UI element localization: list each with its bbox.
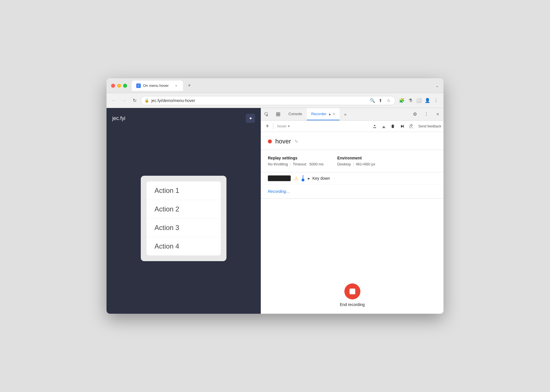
dropdown-arrow-icon: ▾ — [288, 124, 290, 128]
devtools-settings-button[interactable]: ⚙ — [409, 108, 421, 120]
steps-area: ⚠ ▶ Key down Recording… — [261, 172, 443, 277]
address-action-icons: 🔍 ⬆ ☆ — [369, 97, 392, 104]
svg-rect-1 — [278, 113, 280, 114]
add-recording-button[interactable]: + — [263, 122, 271, 130]
end-recording-button[interactable] — [344, 283, 360, 299]
lock-icon: 🔒 — [144, 98, 149, 103]
tab-favicon: r — [136, 83, 141, 88]
end-recording-label: End recording — [340, 302, 365, 307]
browser-toolbar-icons: 🧩 ⚗ ⬜ 👤 ⋮ — [398, 97, 440, 105]
profile-icon[interactable]: 👤 — [423, 97, 431, 105]
settings-divider — [290, 162, 290, 166]
toolbar-separator — [273, 123, 273, 129]
devtools-panel: Console Recorder ▲ × » ⚙ ⋮ × + hover — [261, 108, 443, 314]
title-bar: r On menu hover × + ⌄ — [107, 78, 443, 93]
main-content: jec.fyi ✦ Action 1 Action 2 Action 3 Act… — [107, 108, 443, 314]
address-bar[interactable]: 🔒 jec.fyi/demo/menu-hover 🔍 ⬆ ☆ — [141, 96, 396, 105]
svg-rect-2 — [276, 115, 278, 116]
step-label-keydown: Key down — [312, 176, 330, 181]
warning-icon: ⚠ — [294, 176, 298, 181]
environment-label: Environment — [337, 156, 375, 160]
forward-button[interactable]: → — [120, 97, 128, 105]
svg-rect-0 — [276, 113, 278, 114]
import-button[interactable] — [380, 122, 388, 131]
timeout-value: 5000 ms — [309, 162, 324, 166]
recording-selector-value: hover — [277, 124, 287, 128]
throttling-value: No throttling — [268, 162, 288, 166]
step-warning: ⚠ — [294, 176, 298, 181]
tab-console[interactable]: Console — [284, 108, 307, 120]
step-expand-icon[interactable]: ▶ — [308, 177, 310, 180]
more-icon[interactable]: ⋮ — [432, 97, 440, 105]
replay-settings-label: Replay settings — [268, 156, 324, 160]
search-icon[interactable]: 🔍 — [369, 97, 376, 104]
tab-close-button[interactable]: × — [174, 83, 178, 88]
environment-type: Desktop — [337, 162, 351, 166]
chevron-down-icon[interactable]: ⌄ — [435, 83, 439, 88]
replay-settings-area: Replay settings No throttling Timeout: 5… — [261, 150, 443, 172]
step-content-keydown: ▶ Key down — [308, 176, 330, 181]
maximize-traffic-light[interactable] — [123, 84, 127, 88]
devtools-elements-icon[interactable] — [272, 108, 284, 120]
environment-dimensions: 461×660 px — [356, 162, 375, 166]
menu-item-4[interactable]: Action 4 — [146, 237, 221, 255]
svg-rect-3 — [278, 115, 280, 116]
step-dot — [302, 179, 304, 181]
menu-list: Action 1 Action 2 Action 3 Action 4 — [146, 181, 221, 255]
refresh-button[interactable]: ↻ — [131, 97, 138, 105]
address-bar-row: ← → ↻ 🔒 jec.fyi/demo/menu-hover 🔍 ⬆ ☆ 🧩 … — [107, 93, 443, 108]
edit-recording-name-icon[interactable]: ✎ — [294, 139, 298, 144]
recording-action-buttons: Send feedback — [370, 122, 441, 131]
more-tabs-button[interactable]: » — [340, 108, 351, 120]
minimize-traffic-light[interactable] — [117, 84, 121, 88]
recorder-tab-label: Recorder — [311, 112, 326, 116]
recording-status: Recording… — [261, 185, 443, 199]
menu-item-2[interactable]: Action 2 — [146, 200, 221, 219]
environment-col: Environment Desktop 461×660 px — [337, 156, 375, 166]
extensions-icon[interactable]: 🧩 — [398, 97, 406, 105]
slow-replay-button[interactable] — [407, 122, 415, 131]
recording-name-label: hover — [275, 138, 291, 145]
flask-icon[interactable]: ⚗ — [406, 97, 414, 105]
timeout-label: Timeout: — [293, 162, 307, 166]
recording-selector[interactable]: hover ▾ — [275, 123, 292, 129]
devtools-tab-bar: Console Recorder ▲ × » ⚙ ⋮ × — [261, 108, 443, 121]
recorder-tab-close[interactable]: × — [333, 112, 335, 116]
share-icon[interactable]: ⬆ — [377, 97, 384, 104]
step-line-top — [303, 175, 303, 179]
environment-value: Desktop 461×660 px — [337, 162, 375, 166]
page-area: jec.fyi ✦ Action 1 Action 2 Action 3 Act… — [107, 108, 261, 314]
env-divider — [353, 162, 354, 166]
menu-card: Action 1 Action 2 Action 3 Action 4 — [141, 176, 226, 261]
tab-title: On menu hover — [143, 83, 172, 88]
devtools-close-button[interactable]: × — [432, 108, 443, 120]
recording-active-dot — [268, 139, 272, 143]
new-tab-button[interactable]: + — [185, 82, 193, 90]
url-text: jec.fyi/demo/menu-hover — [151, 98, 367, 103]
end-recording-area: End recording — [261, 277, 443, 314]
devtools-toolbar: + hover ▾ — [261, 121, 443, 132]
browser-tab[interactable]: r On menu hover × — [132, 81, 183, 91]
tab-recorder[interactable]: Recorder ▲ × — [307, 108, 340, 120]
delete-button[interactable] — [389, 122, 397, 131]
send-feedback-link[interactable]: Send feedback — [418, 124, 441, 128]
menu-item-1[interactable]: Action 1 — [146, 181, 221, 200]
bookmark-icon[interactable]: ☆ — [385, 97, 392, 104]
replay-button[interactable] — [398, 122, 406, 131]
stop-icon — [350, 289, 355, 294]
layout-icon[interactable]: ⬜ — [415, 97, 423, 105]
theme-toggle-button[interactable]: ✦ — [246, 114, 255, 123]
back-button[interactable]: ← — [110, 97, 118, 105]
step-row-1: ⚠ ▶ Key down — [261, 172, 443, 185]
traffic-lights — [111, 84, 127, 88]
replay-settings-value: No throttling Timeout: 5000 ms — [268, 162, 324, 166]
site-header: jec.fyi ✦ — [112, 114, 255, 123]
menu-item-3[interactable]: Action 3 — [146, 219, 221, 237]
close-traffic-light[interactable] — [111, 84, 115, 88]
svg-rect-4 — [403, 125, 404, 128]
export-button[interactable] — [370, 122, 379, 131]
devtools-inspect-icon[interactable] — [261, 108, 272, 120]
menu-demo: Action 1 Action 2 Action 3 Action 4 — [112, 129, 255, 308]
devtools-more-button[interactable]: ⋮ — [421, 108, 432, 120]
site-logo: jec.fyi — [112, 115, 125, 121]
